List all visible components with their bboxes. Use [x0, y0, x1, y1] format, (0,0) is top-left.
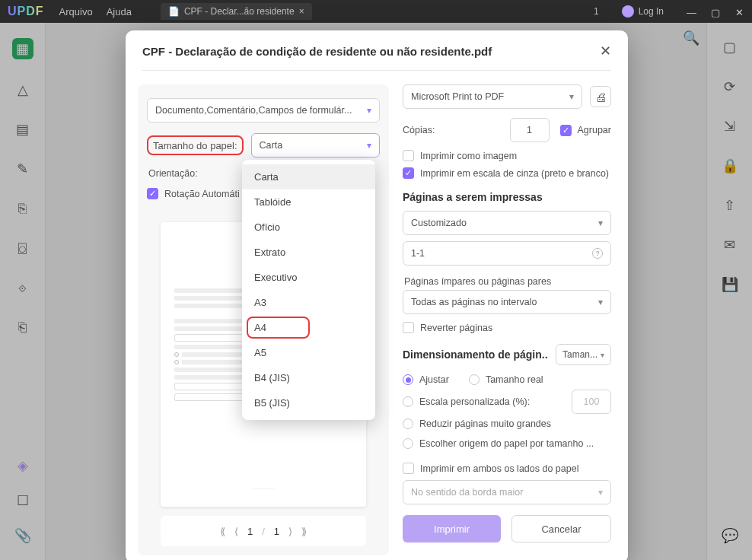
- page-range-mode-select[interactable]: Customizado ▾: [403, 211, 611, 235]
- document-tab[interactable]: 📄 CPF - Declar...ão residente ×: [161, 3, 312, 20]
- app-logo: UPDF: [8, 5, 44, 18]
- odd-even-label: Páginas ímpares ou páginas pares: [404, 276, 610, 287]
- paper-size-label-highlight: Tamanho do papel:: [147, 135, 244, 155]
- paper-size-dropdown[interactable]: CartaTablóideOfícioExtratoExecutivoA3A4A…: [242, 160, 375, 420]
- chevron-down-icon: ▾: [598, 297, 603, 307]
- custom-scale-input[interactable]: 100: [572, 390, 611, 414]
- paper-size-label: Tamanho do papel:: [153, 140, 237, 151]
- paper-option-of-cio[interactable]: Ofício: [242, 215, 375, 240]
- cancel-button[interactable]: Cancelar: [511, 515, 611, 542]
- tab-label: CPF - Declar...ão residente: [184, 6, 295, 17]
- chevron-down-icon: ▾: [598, 218, 603, 228]
- minimize-icon[interactable]: —: [687, 7, 696, 16]
- paper-option-a4[interactable]: A4: [242, 315, 375, 340]
- actual-size-radio[interactable]: Tamanho real: [469, 374, 543, 385]
- menu-help[interactable]: Ajuda: [107, 6, 132, 18]
- content-type-value: Documento,Comentário,Campos de formulár.…: [155, 105, 352, 116]
- prev-page-icon[interactable]: ⟨: [234, 526, 238, 537]
- paper-option-a5[interactable]: A5: [242, 340, 375, 365]
- fit-label: Ajustar: [419, 374, 449, 385]
- grayscale-label: Imprimir em escala de cinza (preto e bra…: [420, 168, 609, 179]
- total-pages: 1: [274, 526, 279, 537]
- page-range-input[interactable]: 1-1 ?: [403, 241, 611, 266]
- actual-size-label: Tamanho real: [486, 374, 543, 385]
- content-type-select[interactable]: Documento,Comentário,Campos de formulár.…: [147, 98, 380, 123]
- chevron-down-icon: ▾: [598, 487, 603, 498]
- app-body: ▦ △ ▤ ✎ ⎘ ⌼ ⟐ ⎗ ◈ ☐ 📎 ▢ ⟳ ⇲ 🔒 ⇧ ✉ 💾 💬 🔍 …: [0, 23, 752, 560]
- fit-radio[interactable]: Ajustar: [403, 374, 449, 385]
- copies-input[interactable]: 1: [510, 118, 550, 142]
- window-controls: — ▢ ✕: [687, 7, 744, 16]
- login-button[interactable]: Log In: [622, 5, 664, 18]
- print-as-image-label: Imprimir como imagem: [420, 151, 517, 161]
- login-label: Log In: [639, 6, 664, 17]
- pages-section-title: Páginas a serem impressas: [403, 191, 611, 203]
- printer-select[interactable]: Microsoft Print to PDF ▾: [403, 84, 582, 109]
- print-button[interactable]: Imprimir: [403, 515, 501, 542]
- print-dialog: CPF - Declaração de condição de resident…: [126, 30, 628, 560]
- tab-doc-icon: 📄: [168, 6, 180, 17]
- close-window-icon[interactable]: ✕: [735, 7, 744, 16]
- page-count-indicator: 1: [594, 6, 599, 17]
- paper-option-carta[interactable]: Carta: [242, 164, 375, 189]
- collate-label: Agrupar: [578, 125, 611, 135]
- paper-option-b4-jis-[interactable]: B4 (JIS): [242, 365, 375, 390]
- paper-source-label: Escolher origem do papel por tamanho ...: [419, 438, 594, 449]
- paper-size-value: Carta: [260, 140, 283, 151]
- menu-file[interactable]: Arquivo: [59, 6, 93, 18]
- odd-even-select[interactable]: Todas as páginas no intervalo ▾: [403, 290, 611, 314]
- first-page-icon[interactable]: ⟪: [220, 526, 225, 537]
- last-page-icon[interactable]: ⟫: [301, 526, 307, 537]
- size-mode-select[interactable]: Taman... ▾: [556, 344, 611, 365]
- shrink-radio[interactable]: Reduzir páginas muito grandes: [403, 418, 611, 429]
- next-page-icon[interactable]: ⟩: [288, 526, 292, 537]
- chevron-down-icon: ▾: [367, 105, 371, 116]
- odd-even-value: Todas as páginas no intervalo: [411, 297, 537, 307]
- paper-option-b5-jis-[interactable]: B5 (JIS): [242, 390, 375, 415]
- shrink-label: Reduzir páginas muito grandes: [419, 418, 551, 429]
- preview-pager: ⟪ ⟨ 1 / 1 ⟩ ⟫: [161, 516, 366, 546]
- paper-option-a3[interactable]: A3: [242, 290, 375, 315]
- dialog-close-icon[interactable]: ✕: [600, 43, 611, 59]
- maximize-icon[interactable]: ▢: [711, 7, 720, 16]
- reverse-pages-checkbox[interactable]: Reverter páginas: [403, 322, 611, 333]
- duplex-mode-select[interactable]: No sentido da borda maior ▾: [403, 480, 611, 504]
- chevron-down-icon: ▾: [601, 351, 604, 359]
- sizing-section-title: Dimensionamento de págin..: [403, 348, 548, 361]
- duplex-checkbox[interactable]: Imprimir em ambos os lados do papel: [403, 463, 611, 474]
- size-mode-value: Taman...: [562, 349, 597, 360]
- duplex-mode-value: No sentido da borda maior: [411, 487, 523, 498]
- paper-option-extrato[interactable]: Extrato: [242, 240, 375, 265]
- paper-source-radio[interactable]: Escolher origem do papel por tamanho ...: [403, 438, 611, 449]
- chevron-down-icon: ▾: [367, 140, 371, 151]
- custom-scale-label: Escala personalizada (%):: [419, 396, 530, 407]
- auto-rotate-label: Rotação Automáti: [164, 189, 240, 199]
- title-bar: UPDF Arquivo Ajuda 📄 CPF - Declar...ão r…: [0, 0, 752, 23]
- paper-option-executivo[interactable]: Executivo: [242, 265, 375, 290]
- page-range-value: 1-1: [411, 248, 425, 259]
- printer-value: Microsoft Print to PDF: [411, 91, 504, 102]
- printer-properties-icon[interactable]: 🖨: [590, 86, 611, 107]
- close-icon[interactable]: ×: [299, 6, 304, 17]
- duplex-label: Imprimir em ambos os lados do papel: [420, 463, 578, 474]
- info-icon[interactable]: ?: [592, 248, 603, 259]
- settings-pane: Microsoft Print to PDF ▾ 🖨 Cópias: 1 ✓Ag…: [398, 84, 616, 555]
- page-range-mode-value: Customizado: [411, 218, 467, 228]
- collate-checkbox[interactable]: ✓Agrupar: [560, 125, 611, 136]
- current-page[interactable]: 1: [247, 526, 253, 537]
- print-as-image-checkbox[interactable]: Imprimir como imagem: [403, 150, 611, 161]
- reverse-pages-label: Reverter páginas: [420, 323, 492, 333]
- paper-size-select[interactable]: Carta ▾: [251, 133, 380, 158]
- dialog-title: CPF - Declaração de condição de resident…: [142, 45, 600, 58]
- copies-label: Cópias:: [403, 125, 435, 135]
- chevron-down-icon: ▾: [569, 91, 574, 102]
- paper-option-tabl-ide[interactable]: Tablóide: [242, 189, 375, 215]
- grayscale-checkbox[interactable]: ✓Imprimir em escala de cinza (preto e br…: [403, 167, 611, 179]
- avatar-icon: [622, 5, 634, 18]
- custom-scale-radio[interactable]: Escala personalizada (%):: [403, 396, 530, 407]
